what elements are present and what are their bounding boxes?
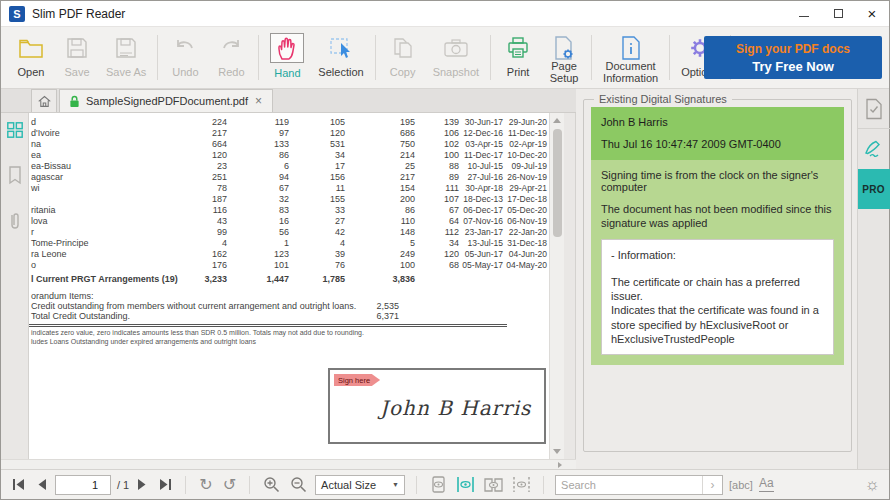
toolbar-separator <box>375 35 376 80</box>
title-bar: S Slim PDF Reader × <box>1 1 889 27</box>
rotate-counterclockwise-button[interactable]: ↺ <box>221 477 238 493</box>
pdf-table: d22411910519513930-Jun-1729-Jun-20d'Ivoi… <box>29 116 549 345</box>
bottom-toolbar: / 1 ↻ ↺ Actual Size ▼ <box>1 469 889 499</box>
hand-icon <box>270 33 304 63</box>
bottom-separator <box>185 476 186 494</box>
save-as-icon <box>111 33 141 62</box>
memo-items-heading: orandum Items: <box>29 291 549 301</box>
next-page-icon <box>137 478 148 491</box>
redo-button[interactable]: Redo <box>208 29 254 86</box>
match-case-toggle[interactable]: Aa <box>759 477 774 491</box>
signatures-panel-title: Existing Digital Signatures <box>594 93 732 105</box>
bookmarks-panel-icon[interactable] <box>7 165 23 189</box>
right-sidebar: PRO <box>857 89 889 469</box>
minimize-icon <box>799 16 809 17</box>
pdf-table-row: lova4316271106407-Nov-1606-Nov-19 <box>29 215 549 226</box>
search-input[interactable] <box>556 479 702 491</box>
selection-icon <box>324 33 358 62</box>
thumbnails-panel-icon[interactable] <box>6 121 24 143</box>
sign-pdf-promo-button[interactable]: Sign your PDF docs Try Free Now <box>704 36 882 79</box>
toolbar-separator <box>258 35 259 80</box>
slim-pdf-reader-window: S Slim PDF Reader × Open Save Save As <box>0 0 890 500</box>
save-icon <box>62 33 92 62</box>
signature-field[interactable]: Sign here John B Harris <box>328 368 546 444</box>
pdf-table-row: wi78671115411130-Apr-1829-Apr-21 <box>29 182 549 193</box>
zoom-in-button[interactable] <box>261 476 282 493</box>
pdf-table-row: Tome-Principe41453413-Jul-1531-Dec-18 <box>29 237 549 248</box>
app-icon: S <box>9 6 25 22</box>
document-information-button[interactable]: Document Information <box>596 29 665 86</box>
home-icon <box>37 94 52 108</box>
chevron-down-icon: ▼ <box>392 481 399 488</box>
digital-signatures-panel: Existing Digital Signatures John B Harri… <box>576 89 857 469</box>
continuous-view-icon <box>456 475 475 494</box>
continuous-facing-view-button[interactable] <box>511 475 532 494</box>
undo-icon <box>169 33 201 62</box>
pro-badge[interactable]: PRO <box>858 169 890 209</box>
info-line-1: The certificate or chain has a preferred… <box>611 275 824 304</box>
copy-button[interactable]: Copy <box>380 29 426 86</box>
first-page-button[interactable] <box>10 478 28 491</box>
modification-note: The document has not been modified since… <box>601 203 834 231</box>
pdf-table-row: na66413353175010203-Apr-1502-Apr-19 <box>29 138 549 149</box>
scroll-up-icon[interactable] <box>553 118 561 123</box>
save-as-button[interactable]: Save As <box>99 29 153 86</box>
hand-tool-button[interactable]: Hand <box>263 29 311 86</box>
next-page-button[interactable] <box>135 478 150 491</box>
window-title: Slim PDF Reader <box>32 7 125 21</box>
pdf-table-row: d22411910519513930-Jun-1729-Jun-20 <box>29 116 549 127</box>
scroll-right-icon[interactable] <box>558 462 562 468</box>
zoom-level-select[interactable]: Actual Size ▼ <box>315 475 405 495</box>
footnote: ludes Loans Outstanding under expired ar… <box>29 338 549 345</box>
save-button[interactable]: Save <box>55 29 99 86</box>
footnote: indicates zero value, zero indicates amo… <box>29 329 549 336</box>
page-setup-button[interactable]: Page Setup <box>541 29 587 86</box>
find-next-button[interactable]: › <box>702 476 722 494</box>
undo-button[interactable]: Undo <box>162 29 208 86</box>
single-page-view-button[interactable] <box>428 475 449 494</box>
lock-icon <box>69 95 80 108</box>
continuous-view-button[interactable] <box>455 475 476 494</box>
close-tab-icon[interactable]: × <box>254 94 263 108</box>
validate-signatures-button[interactable] <box>858 89 890 129</box>
document-check-icon <box>865 98 883 120</box>
last-page-icon <box>158 478 172 491</box>
rotate-clockwise-button[interactable]: ↻ <box>197 477 214 493</box>
pdf-page[interactable]: d22411910519513930-Jun-1729-Jun-20d'Ivoi… <box>29 113 549 459</box>
signature-pen-icon <box>864 140 884 158</box>
scrollbar-thumb[interactable] <box>553 129 562 237</box>
open-button[interactable]: Open <box>7 29 55 86</box>
selection-tool-button[interactable]: Selection <box>311 29 370 86</box>
document-column: SampleSignedPDFDocument.pdf × <box>1 89 576 469</box>
whole-word-toggle[interactable]: [abc] <box>729 479 753 491</box>
maximize-button[interactable] <box>821 1 855 26</box>
pdf-table-row: agascar251941562178927-Jul-1626-Nov-19 <box>29 171 549 182</box>
toolbar-separator <box>669 35 670 80</box>
attachments-panel-icon[interactable] <box>8 211 22 235</box>
toolbar-separator <box>490 35 491 80</box>
sign-here-flag[interactable]: Sign here <box>334 374 380 386</box>
signatures-panel-button[interactable] <box>858 129 890 169</box>
page-setup-icon <box>548 33 580 62</box>
snapshot-button[interactable]: Snapshot <box>426 29 486 86</box>
document-tab[interactable]: SampleSignedPDFDocument.pdf × <box>59 89 273 112</box>
close-button[interactable]: × <box>855 1 889 26</box>
bottom-separator <box>543 476 544 494</box>
minimize-button[interactable] <box>787 1 821 26</box>
last-page-button[interactable] <box>156 478 174 491</box>
home-tab-button[interactable] <box>31 89 57 112</box>
print-icon <box>502 33 534 62</box>
facing-pages-view-button[interactable] <box>482 475 505 494</box>
zoom-out-button[interactable] <box>288 476 309 493</box>
signature-entry[interactable]: John B Harris Thu Jul 16 10:47:47 2009 G… <box>591 107 844 365</box>
print-button[interactable]: Print <box>495 29 541 86</box>
handwritten-signature: John B Harris <box>380 396 531 420</box>
pdf-table-row: o176101761006805-May-1704-May-20 <box>29 259 549 270</box>
vertical-scrollbar[interactable] <box>549 113 564 459</box>
horizontal-scrollbar[interactable] <box>1 459 576 469</box>
scroll-down-icon[interactable] <box>553 449 561 454</box>
theme-toggle-sun-icon[interactable]: ☼ <box>864 476 880 493</box>
first-page-icon <box>12 478 26 491</box>
page-number-input[interactable] <box>55 475 111 495</box>
previous-page-button[interactable] <box>34 478 49 491</box>
